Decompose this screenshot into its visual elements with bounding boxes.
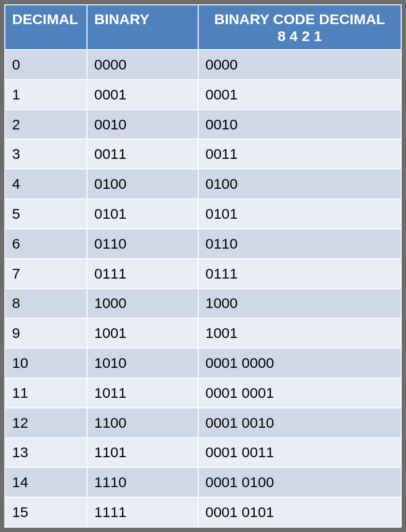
table-row: 1110110001 0001 <box>5 378 401 408</box>
cell-bcd: 0001 0011 <box>198 438 401 468</box>
table-row: 910011001 <box>5 318 401 348</box>
cell-bcd: 0011 <box>198 139 401 169</box>
cell-decimal: 14 <box>5 467 87 497</box>
cell-bcd: 0101 <box>198 199 401 229</box>
table-row: 100010001 <box>5 80 401 110</box>
cell-bcd: 0100 <box>198 169 401 199</box>
cell-decimal: 10 <box>5 348 87 378</box>
cell-bcd: 1000 <box>198 289 401 319</box>
table-header-row: DECIMAL BINARY BINARY CODE DECIMAL 8 4 2… <box>5 5 401 50</box>
cell-decimal: 4 <box>5 169 87 199</box>
cell-bcd: 1001 <box>198 318 401 348</box>
table-row: 1010100001 0000 <box>5 348 401 378</box>
cell-decimal: 13 <box>5 438 87 468</box>
cell-binary: 1000 <box>87 289 198 319</box>
cell-binary: 0011 <box>87 139 198 169</box>
cell-decimal: 15 <box>5 497 87 527</box>
cell-binary: 0010 <box>87 110 198 140</box>
cell-bcd: 0001 0100 <box>198 467 401 497</box>
cell-bcd: 0001 <box>198 80 401 110</box>
cell-binary: 0110 <box>87 229 198 259</box>
table-row: 300110011 <box>5 139 401 169</box>
cell-binary: 1010 <box>87 348 198 378</box>
cell-decimal: 11 <box>5 378 87 408</box>
table-row: 601100110 <box>5 229 401 259</box>
cell-decimal: 12 <box>5 408 87 438</box>
header-bcd-line1: BINARY CODE DECIMAL <box>214 11 385 27</box>
cell-binary: 1110 <box>87 467 198 497</box>
table-row: 1311010001 0011 <box>5 438 401 468</box>
table-row: 200100010 <box>5 110 401 140</box>
cell-decimal: 0 <box>5 50 87 80</box>
table-frame: DECIMAL BINARY BINARY CODE DECIMAL 8 4 2… <box>0 0 406 532</box>
table-body: 000000000 100010001 200100010 300110011 … <box>5 50 401 527</box>
cell-decimal: 3 <box>5 139 87 169</box>
cell-binary: 1100 <box>87 408 198 438</box>
cell-bcd: 0000 <box>198 50 401 80</box>
cell-bcd: 0001 0001 <box>198 378 401 408</box>
cell-bcd: 0110 <box>198 229 401 259</box>
header-binary: BINARY <box>87 5 198 50</box>
cell-decimal: 5 <box>5 199 87 229</box>
cell-decimal: 6 <box>5 229 87 259</box>
cell-decimal: 2 <box>5 110 87 140</box>
table-row: 000000000 <box>5 50 401 80</box>
header-bcd: BINARY CODE DECIMAL 8 4 2 1 <box>198 5 401 50</box>
cell-bcd: 0111 <box>198 259 401 289</box>
cell-bcd: 0010 <box>198 110 401 140</box>
cell-binary: 1011 <box>87 378 198 408</box>
cell-bcd: 0001 0101 <box>198 497 401 527</box>
cell-binary: 0111 <box>87 259 198 289</box>
cell-bcd: 0001 0000 <box>198 348 401 378</box>
cell-decimal: 8 <box>5 289 87 319</box>
cell-binary: 1111 <box>87 497 198 527</box>
header-binary-label: BINARY <box>94 11 149 27</box>
cell-binary: 1101 <box>87 438 198 468</box>
header-decimal: DECIMAL <box>5 5 87 50</box>
header-decimal-label: DECIMAL <box>12 11 78 27</box>
cell-bcd: 0001 0010 <box>198 408 401 438</box>
table-row: 1211000001 0010 <box>5 408 401 438</box>
cell-decimal: 7 <box>5 259 87 289</box>
table-row: 401000100 <box>5 169 401 199</box>
cell-binary: 0001 <box>87 80 198 110</box>
cell-decimal: 1 <box>5 80 87 110</box>
cell-binary: 0100 <box>87 169 198 199</box>
table-row: 1411100001 0100 <box>5 467 401 497</box>
bcd-table: DECIMAL BINARY BINARY CODE DECIMAL 8 4 2… <box>4 4 402 528</box>
cell-binary: 1001 <box>87 318 198 348</box>
cell-binary: 0101 <box>87 199 198 229</box>
table-row: 810001000 <box>5 289 401 319</box>
header-bcd-line2: 8 4 2 1 <box>277 28 322 44</box>
cell-decimal: 9 <box>5 318 87 348</box>
table-row: 501010101 <box>5 199 401 229</box>
cell-binary: 0000 <box>87 50 198 80</box>
table-row: 1511110001 0101 <box>5 497 401 527</box>
table-row: 701110111 <box>5 259 401 289</box>
